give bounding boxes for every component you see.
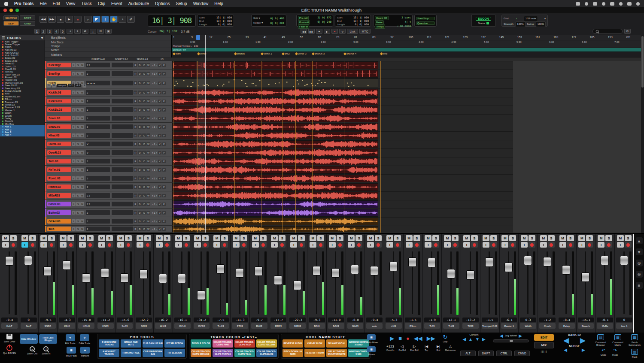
mode-grid-button[interactable]: GRID: [20, 21, 35, 26]
menu-item-setup[interactable]: Setup: [176, 1, 187, 6]
strip-name-label[interactable]: BDI0: [309, 323, 325, 329]
channel-fader[interactable]: [134, 249, 153, 317]
chevron-down-icon[interactable]: ▾: [41, 36, 43, 40]
s-track-button[interactable]: S: [76, 185, 80, 189]
cursor-left-button[interactable]: ◀: [462, 337, 466, 342]
strip-name-label[interactable]: Width: [520, 323, 536, 329]
menu-item-options[interactable]: Options: [155, 1, 170, 6]
channel-fader[interactable]: [557, 249, 576, 317]
s-track-button[interactable]: S: [76, 72, 80, 76]
inserts-f-j-cell[interactable]: [112, 227, 133, 231]
zoom-in-button[interactable]: + Zoom In: [42, 346, 50, 355]
nudge-left-button[interactable]: ◀: [564, 348, 567, 352]
strip-name-label[interactable]: MR03: [289, 323, 306, 329]
grid-value[interactable]: 0| 0| 480: [270, 16, 284, 21]
io-cell[interactable]: n 1 ↑VP: [152, 160, 166, 163]
meter-bridge-icon[interactable]: ǀǀlǀǀ: [541, 350, 547, 354]
fader-cap[interactable]: [43, 266, 52, 276]
solo-button[interactable]: S: [279, 235, 286, 241]
inserts-a-e-cell[interactable]: 2 2: [86, 63, 110, 67]
mode-slip-button[interactable]: SLIP: [3, 21, 19, 26]
mini-stop-icon[interactable]: ■: [316, 29, 322, 34]
inserts-a-e-cell[interactable]: V: [86, 150, 110, 155]
jog-wheel-slider[interactable]: [493, 339, 529, 342]
edit-selection-value[interactable]: 13| 1| 000: [216, 16, 232, 19]
edit-selection-value[interactable]: 13| 1| 000: [216, 19, 232, 23]
zoomer-tool-button[interactable]: ⌕: [84, 16, 92, 23]
instrument-sub-P[interactable]: P: [82, 84, 86, 88]
transport-stop-icon[interactable]: ■: [57, 16, 64, 23]
auto-w-button[interactable]: W: [146, 99, 150, 103]
channel-fader[interactable]: [327, 249, 346, 317]
i-track-button[interactable]: I: [72, 63, 76, 67]
auto-d-button[interactable]: D: [138, 168, 142, 172]
s-track-button[interactable]: S: [76, 202, 80, 206]
auto-r-button[interactable]: R: [134, 142, 137, 146]
record-arm-button[interactable]: [164, 242, 170, 248]
inserts-f-j-cell[interactable]: [112, 185, 133, 189]
input-monitor-button[interactable]: I: [425, 242, 431, 248]
mixer-strip-aux1[interactable]: MSI0Aux 1: [615, 234, 634, 333]
raven-button-color-tracks-clips-yellow[interactable]: COLOR TRACKS-CLIPS YELLOW: [256, 339, 277, 348]
modifier-alt-button[interactable]: ALT: [460, 351, 476, 356]
auto-r-button[interactable]: R: [134, 227, 137, 231]
auto-r-button[interactable]: R: [134, 194, 137, 197]
inserts-a-e-cell[interactable]: 2 2: [86, 202, 110, 206]
cursor-right-button[interactable]: ▶: [482, 337, 486, 342]
solo-button[interactable]: S: [471, 235, 478, 241]
inserts-a-e-cell[interactable]: 2: [86, 116, 110, 121]
auto-r-button[interactable]: R: [134, 176, 137, 180]
mute-button[interactable]: M: [233, 235, 240, 241]
mute-button[interactable]: M: [444, 235, 451, 241]
bars-beats-ruler[interactable]: 1917253341495765738189971051131211291371…: [172, 35, 644, 40]
fader-cap[interactable]: [159, 274, 167, 283]
pre-roll-button[interactable]: ◁|Pre Roll: [397, 345, 408, 351]
insertion-follows-button[interactable]: ↕: [90, 29, 96, 34]
link-timeline-button[interactable]: ⚭: [74, 29, 81, 34]
m-track-button[interactable]: M: [80, 142, 84, 146]
input-monitor-button[interactable]: I: [310, 242, 316, 248]
s-track-button[interactable]: S: [76, 151, 80, 154]
record-arm-button[interactable]: [490, 242, 497, 248]
v-auto-button[interactable]: V: [158, 134, 161, 137]
mode-shuffle-button[interactable]: SHUFFLE: [3, 15, 19, 20]
mixer-strip-s203[interactable]: MSI-12.2S203: [134, 234, 154, 333]
fader-cap[interactable]: [562, 265, 570, 275]
auto-c-button[interactable]: C: [142, 168, 146, 172]
io-cell[interactable]: n 1 ↑VP: [152, 168, 166, 172]
auto-d-button[interactable]: D: [138, 227, 142, 231]
tempo-ruler[interactable]: Manual Tempo: ♩130: [172, 44, 644, 48]
io-cell[interactable]: n 1 ↑VP: [152, 151, 166, 154]
m-track-button[interactable]: M: [80, 176, 84, 180]
p-auto-button[interactable]: P: [162, 220, 166, 223]
mixer-strip-b3cm[interactable]: MSI-1.5B3cm: [404, 234, 423, 333]
v-auto-button[interactable]: V: [158, 72, 161, 76]
record-arm-button[interactable]: [548, 242, 555, 248]
mute-button[interactable]: M: [406, 235, 413, 241]
mute-button[interactable]: M: [137, 235, 143, 241]
p-auto-button[interactable]: P: [162, 151, 166, 154]
channel-fader[interactable]: [58, 249, 76, 317]
auto-d-button[interactable]: D: [138, 176, 142, 180]
strip-name-label[interactable]: Hh03: [155, 323, 171, 329]
p-auto-button[interactable]: P: [162, 72, 166, 76]
m-track-button[interactable]: M: [80, 185, 84, 189]
auto-w-button[interactable]: W: [146, 116, 150, 120]
ruler-label-markers[interactable]: Markers: [45, 52, 171, 57]
edit-selection-panel[interactable]: Start13| 1| 000End13| 1| 000Length0| 0| …: [197, 15, 234, 27]
track-header-bsam03[interactable]: BsAm03ISM2RDCWn 1 ↑VP: [45, 209, 172, 217]
inserts-f-j-cell[interactable]: [112, 71, 133, 76]
transport-record-button[interactable]: ●: [406, 336, 410, 342]
marker-chorus-4[interactable]: chorus 4: [344, 52, 356, 55]
nudge-right-button[interactable]: ▶: [582, 348, 585, 352]
solo-button[interactable]: S: [87, 235, 94, 241]
i-track-button[interactable]: I: [72, 91, 76, 94]
instrument-sub-S[interactable]: S: [47, 84, 51, 88]
mixer-strip-delay[interactable]: MSI-8.4Delay: [557, 234, 577, 333]
strip-name-label[interactable]: RL03: [251, 323, 267, 329]
mute-button[interactable]: M: [578, 235, 585, 241]
i-track-button[interactable]: I: [72, 194, 76, 197]
s-track-button[interactable]: S: [76, 63, 80, 67]
input-monitor-button[interactable]: I: [521, 242, 528, 248]
track-name-chip[interactable]: GtrAm03: [47, 219, 71, 224]
